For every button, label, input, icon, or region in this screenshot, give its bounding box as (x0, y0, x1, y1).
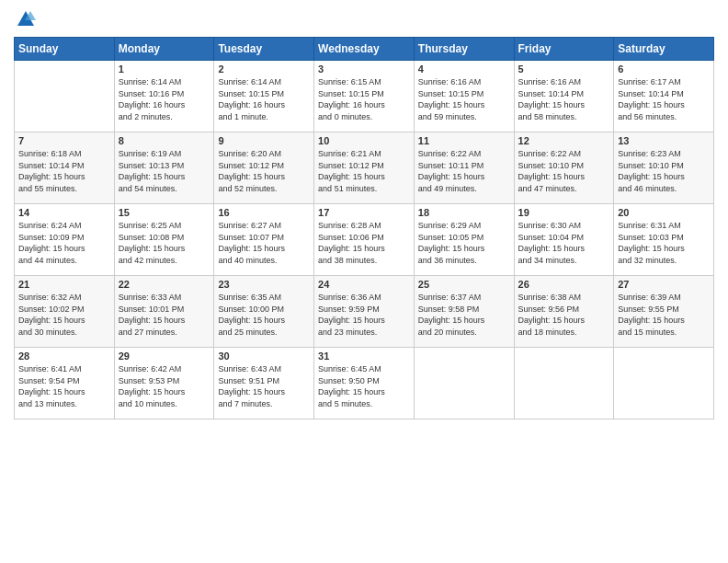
day-info: Sunrise: 6:35 AM Sunset: 10:00 PM Daylig… (218, 292, 310, 338)
calendar-cell (414, 348, 514, 419)
calendar-cell: 17Sunrise: 6:28 AM Sunset: 10:06 PM Dayl… (314, 204, 415, 276)
day-number: 1 (119, 63, 210, 75)
day-info: Sunrise: 6:37 AM Sunset: 9:58 PM Dayligh… (418, 292, 510, 338)
day-info: Sunrise: 6:30 AM Sunset: 10:04 PM Daylig… (518, 220, 610, 266)
day-number: 9 (218, 135, 310, 146)
day-info: Sunrise: 6:23 AM Sunset: 10:10 PM Daylig… (618, 148, 710, 194)
day-number: 11 (418, 135, 510, 146)
day-info: Sunrise: 6:29 AM Sunset: 10:05 PM Daylig… (418, 220, 510, 266)
day-number: 17 (318, 207, 410, 218)
calendar-week-row: 21Sunrise: 6:32 AM Sunset: 10:02 PM Dayl… (15, 276, 714, 348)
calendar-cell: 15Sunrise: 6:25 AM Sunset: 10:08 PM Dayl… (114, 204, 214, 276)
day-number: 28 (18, 350, 110, 362)
calendar-cell: 4Sunrise: 6:16 AM Sunset: 10:15 PM Dayli… (414, 61, 514, 132)
day-number: 8 (119, 135, 210, 146)
day-number: 2 (218, 63, 310, 75)
day-info: Sunrise: 6:24 AM Sunset: 10:09 PM Daylig… (18, 220, 110, 266)
day-info: Sunrise: 6:27 AM Sunset: 10:07 PM Daylig… (218, 220, 310, 266)
calendar-cell: 10Sunrise: 6:21 AM Sunset: 10:12 PM Dayl… (314, 132, 415, 204)
day-number: 20 (618, 207, 710, 218)
day-of-week-header: Sunday (15, 38, 115, 61)
calendar-cell: 6Sunrise: 6:17 AM Sunset: 10:14 PM Dayli… (614, 61, 714, 132)
day-number: 22 (119, 279, 210, 290)
day-number: 3 (318, 63, 410, 75)
day-info: Sunrise: 6:22 AM Sunset: 10:10 PM Daylig… (518, 148, 610, 194)
calendar-cell: 24Sunrise: 6:36 AM Sunset: 9:59 PM Dayli… (314, 276, 415, 348)
day-info: Sunrise: 6:43 AM Sunset: 9:51 PM Dayligh… (218, 363, 310, 409)
calendar-cell (15, 61, 115, 132)
day-number: 12 (518, 135, 610, 146)
calendar-cell: 7Sunrise: 6:18 AM Sunset: 10:14 PM Dayli… (15, 132, 115, 204)
calendar-cell: 16Sunrise: 6:27 AM Sunset: 10:07 PM Dayl… (214, 204, 314, 276)
day-of-week-header: Wednesday (314, 38, 415, 61)
calendar-cell: 27Sunrise: 6:39 AM Sunset: 9:55 PM Dayli… (614, 276, 714, 348)
day-number: 4 (418, 63, 510, 75)
calendar-cell: 30Sunrise: 6:43 AM Sunset: 9:51 PM Dayli… (214, 348, 314, 419)
day-number: 25 (418, 279, 510, 290)
calendar-cell: 28Sunrise: 6:41 AM Sunset: 9:54 PM Dayli… (15, 348, 115, 419)
calendar-cell: 19Sunrise: 6:30 AM Sunset: 10:04 PM Dayl… (514, 204, 614, 276)
day-info: Sunrise: 6:17 AM Sunset: 10:14 PM Daylig… (618, 76, 710, 122)
calendar-cell: 9Sunrise: 6:20 AM Sunset: 10:12 PM Dayli… (214, 132, 314, 204)
calendar-cell: 1Sunrise: 6:14 AM Sunset: 10:16 PM Dayli… (114, 61, 214, 132)
calendar-week-row: 14Sunrise: 6:24 AM Sunset: 10:09 PM Dayl… (15, 204, 714, 276)
day-of-week-header: Friday (514, 38, 614, 61)
day-number: 23 (218, 279, 310, 290)
day-info: Sunrise: 6:38 AM Sunset: 9:56 PM Dayligh… (518, 292, 610, 338)
calendar-cell: 5Sunrise: 6:16 AM Sunset: 10:14 PM Dayli… (514, 61, 614, 132)
calendar-cell: 14Sunrise: 6:24 AM Sunset: 10:09 PM Dayl… (15, 204, 115, 276)
day-number: 27 (618, 279, 710, 290)
day-number: 26 (518, 279, 610, 290)
day-info: Sunrise: 6:15 AM Sunset: 10:15 PM Daylig… (318, 76, 410, 122)
day-info: Sunrise: 6:16 AM Sunset: 10:14 PM Daylig… (518, 76, 610, 122)
day-info: Sunrise: 6:41 AM Sunset: 9:54 PM Dayligh… (18, 363, 110, 409)
day-number: 31 (318, 350, 410, 362)
day-number: 18 (418, 207, 510, 218)
day-info: Sunrise: 6:25 AM Sunset: 10:08 PM Daylig… (119, 220, 210, 266)
day-info: Sunrise: 6:32 AM Sunset: 10:02 PM Daylig… (18, 292, 110, 338)
day-number: 30 (218, 350, 310, 362)
day-of-week-header: Tuesday (214, 38, 314, 61)
calendar-cell: 22Sunrise: 6:33 AM Sunset: 10:01 PM Dayl… (114, 276, 214, 348)
day-info: Sunrise: 6:33 AM Sunset: 10:01 PM Daylig… (119, 292, 210, 338)
day-number: 29 (119, 350, 210, 362)
calendar-cell: 3Sunrise: 6:15 AM Sunset: 10:15 PM Dayli… (314, 61, 415, 132)
day-info: Sunrise: 6:31 AM Sunset: 10:03 PM Daylig… (618, 220, 710, 266)
day-info: Sunrise: 6:39 AM Sunset: 9:55 PM Dayligh… (618, 292, 710, 338)
calendar-cell: 31Sunrise: 6:45 AM Sunset: 9:50 PM Dayli… (314, 348, 415, 419)
day-info: Sunrise: 6:36 AM Sunset: 9:59 PM Dayligh… (318, 292, 410, 338)
calendar-cell: 20Sunrise: 6:31 AM Sunset: 10:03 PM Dayl… (614, 204, 714, 276)
day-of-week-header: Saturday (614, 38, 714, 61)
calendar-cell: 8Sunrise: 6:19 AM Sunset: 10:13 PM Dayli… (114, 132, 214, 204)
day-number: 15 (119, 207, 210, 218)
calendar-header-row: SundayMondayTuesdayWednesdayThursdayFrid… (15, 38, 714, 61)
day-number: 14 (18, 207, 110, 218)
calendar-week-row: 1Sunrise: 6:14 AM Sunset: 10:16 PM Dayli… (15, 61, 714, 132)
calendar-cell: 21Sunrise: 6:32 AM Sunset: 10:02 PM Dayl… (15, 276, 115, 348)
day-info: Sunrise: 6:14 AM Sunset: 10:16 PM Daylig… (119, 76, 210, 122)
day-info: Sunrise: 6:18 AM Sunset: 10:14 PM Daylig… (18, 148, 110, 194)
day-info: Sunrise: 6:16 AM Sunset: 10:15 PM Daylig… (418, 76, 510, 122)
calendar-cell (514, 348, 614, 419)
day-number: 21 (18, 279, 110, 290)
logo-icon (16, 9, 36, 29)
day-of-week-header: Monday (114, 38, 214, 61)
day-number: 24 (318, 279, 410, 290)
day-info: Sunrise: 6:14 AM Sunset: 10:15 PM Daylig… (218, 76, 310, 122)
day-info: Sunrise: 6:42 AM Sunset: 9:53 PM Dayligh… (119, 363, 210, 409)
calendar-cell: 12Sunrise: 6:22 AM Sunset: 10:10 PM Dayl… (514, 132, 614, 204)
calendar-cell (614, 348, 714, 419)
day-number: 5 (518, 63, 610, 75)
logo (14, 9, 36, 29)
day-number: 13 (618, 135, 710, 146)
day-number: 7 (18, 135, 110, 146)
calendar-cell: 25Sunrise: 6:37 AM Sunset: 9:58 PM Dayli… (414, 276, 514, 348)
calendar-cell: 18Sunrise: 6:29 AM Sunset: 10:05 PM Dayl… (414, 204, 514, 276)
day-info: Sunrise: 6:21 AM Sunset: 10:12 PM Daylig… (318, 148, 410, 194)
main-container: SundayMondayTuesdayWednesdayThursdayFrid… (0, 0, 728, 429)
calendar-week-row: 28Sunrise: 6:41 AM Sunset: 9:54 PM Dayli… (15, 348, 714, 419)
day-info: Sunrise: 6:20 AM Sunset: 10:12 PM Daylig… (218, 148, 310, 194)
calendar-cell: 11Sunrise: 6:22 AM Sunset: 10:11 PM Dayl… (414, 132, 514, 204)
calendar-cell: 2Sunrise: 6:14 AM Sunset: 10:15 PM Dayli… (214, 61, 314, 132)
day-info: Sunrise: 6:19 AM Sunset: 10:13 PM Daylig… (119, 148, 210, 194)
